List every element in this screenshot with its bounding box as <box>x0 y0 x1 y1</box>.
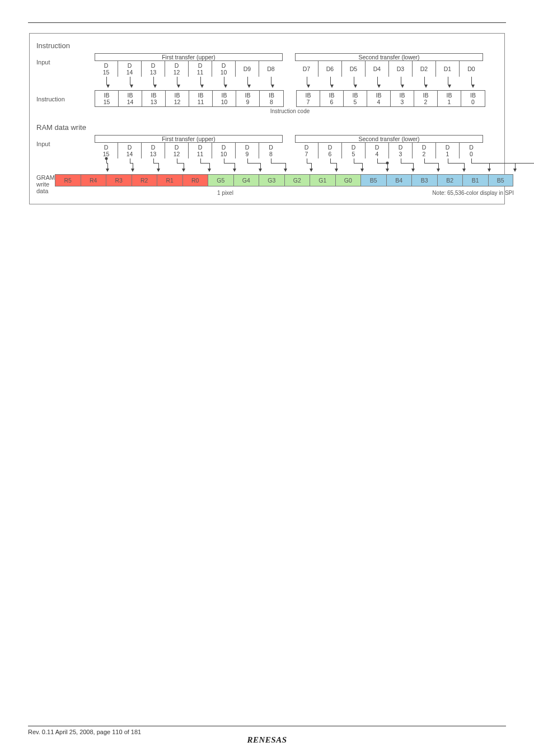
arrow-down-icon <box>366 77 389 90</box>
bit-cell: IB15 <box>95 91 119 106</box>
bit-cell: D0 <box>460 61 483 77</box>
bit-cell: D9 <box>236 143 259 158</box>
arrow-down-icon <box>142 77 165 90</box>
group-ram-upper: First transfer (upper) D15D14D13D12D11D1… <box>95 135 283 158</box>
one-pixel-label: 1 pixel <box>217 190 233 196</box>
bit-cell: D12 <box>165 143 189 158</box>
row-label-input: Input <box>36 53 95 66</box>
arrow-down-icon <box>436 77 460 90</box>
bit-cell: D11 <box>189 61 212 77</box>
bit-cell: IB5 <box>344 91 367 106</box>
group-header-first-2: First transfer (upper) <box>95 135 283 143</box>
bit-cell: D8 <box>259 61 283 77</box>
bit-cell: IB4 <box>367 91 391 106</box>
gram-bit-cell: G3 <box>259 174 284 186</box>
page: Instruction Input First transfer (upper)… <box>0 0 534 204</box>
bit-cell: IB11 <box>189 91 213 106</box>
note-label: Note: 65,536-color display in SPI <box>432 190 514 196</box>
bit-cell: D5 <box>342 143 366 158</box>
cells-ram-input-lower: D7D6D5D4D3D2D1D0 <box>295 143 483 158</box>
group-header-second-2: Second transfer (lower) <box>295 135 483 143</box>
bit-cell: IB2 <box>414 91 438 106</box>
bit-cell: D13 <box>142 61 165 77</box>
section-title-ram: RAM data write <box>36 123 498 132</box>
bit-cell: D4 <box>366 61 389 77</box>
bit-cell: D7 <box>295 61 318 77</box>
bit-cell: IB14 <box>119 91 142 106</box>
bit-cell: D1 <box>436 143 460 158</box>
group-ram-lower: Second transfer (lower) D7D6D5D4D3D2D1D0 <box>295 135 483 158</box>
gram-row: GRAM write data R5R4R3R2R1R0G5G4G3G2G1G0… <box>36 172 498 196</box>
gram-bit-cell: R3 <box>106 174 132 186</box>
bit-cell: IB10 <box>213 91 236 106</box>
arrow-down-icon <box>318 77 342 90</box>
instruction-input-row: Input First transfer (upper) D15D14D13D1… <box>36 53 498 90</box>
gram-bit-cell: R0 <box>182 174 208 186</box>
gram-bit-cell: B1 <box>462 174 488 186</box>
cells-ib-lower: IB7IB6IB5IB4IB3IB2IB1IB0 <box>296 90 485 107</box>
bit-cell: D9 <box>236 61 259 77</box>
arrow-down-icon <box>95 77 118 90</box>
gram-bit-cell: B2 <box>437 174 463 186</box>
cells-instr-input-lower: D7D6D5D4D3D2D1D0 <box>295 61 483 77</box>
arrow-down-icon <box>342 77 366 90</box>
arrow-down-icon <box>259 77 283 90</box>
gram-data-cells: R5R4R3R2R1R0G5G4G3G2G1G0B5B4B3B2B1B5 <box>55 174 514 186</box>
bit-cell: D0 <box>460 143 483 158</box>
bit-cell: IB8 <box>260 91 283 106</box>
group-ib-upper: IB15IB14IB13IB12IB11IB10IB9IB8 <box>95 90 284 107</box>
group-header-first: First transfer (upper) <box>95 53 283 61</box>
bit-cell: D3 <box>389 143 413 158</box>
bit-cell: D6 <box>318 143 342 158</box>
gram-bit-cell: B3 <box>411 174 437 186</box>
row-label-gram: GRAM write data <box>36 172 55 194</box>
ram-input-row: Input First transfer (upper) D15D14D13D1… <box>36 135 498 172</box>
header-rule <box>28 22 506 23</box>
gram-bit-cell: R4 <box>81 174 106 186</box>
bit-cell: IB9 <box>236 91 260 106</box>
gram-bit-cell: R2 <box>132 174 157 186</box>
bit-cell: D15 <box>95 143 118 158</box>
bit-cell: IB13 <box>142 91 166 106</box>
bit-cell: D10 <box>212 61 236 77</box>
arrow-down-icon <box>212 77 236 90</box>
bit-cell: D2 <box>413 143 436 158</box>
bit-cell: IB12 <box>166 91 189 106</box>
bit-cell: D14 <box>118 61 142 77</box>
bit-cell: D2 <box>413 61 436 77</box>
arrow-down-icon <box>413 77 436 90</box>
bit-cell: D3 <box>389 61 413 77</box>
row-label-input-2: Input <box>36 135 95 147</box>
instruction-ib-row: Instruction IB15IB14IB13IB12IB11IB10IB9I… <box>36 90 498 114</box>
bit-cell: D13 <box>142 143 165 158</box>
arrow-down-icon <box>118 77 142 90</box>
bit-cell: D12 <box>165 61 189 77</box>
bit-cell: D11 <box>189 143 212 158</box>
bit-cell: D1 <box>436 61 460 77</box>
group-second-transfer-lower: Second transfer (lower) D7D6D5D4D3D2D1D0 <box>295 53 483 90</box>
bit-cell: D8 <box>259 143 283 158</box>
bit-cell: IB7 <box>297 91 320 106</box>
gram-bit-cell: G5 <box>208 174 233 186</box>
bit-cell: IB1 <box>438 91 461 106</box>
group-ib-lower: IB7IB6IB5IB4IB3IB2IB1IB0 <box>296 90 485 107</box>
group-header-second: Second transfer (lower) <box>295 53 483 61</box>
diagram-container: Instruction Input First transfer (upper)… <box>29 33 505 204</box>
connector-row <box>95 158 483 172</box>
arrows-row <box>95 77 283 90</box>
bit-cell: D6 <box>318 61 342 77</box>
bit-cell: D7 <box>295 143 318 158</box>
bit-cell: D14 <box>118 143 142 158</box>
bit-cell: D15 <box>95 61 118 77</box>
instruction-code-label: Instruction code <box>95 108 485 114</box>
arrow-down-icon <box>189 77 212 90</box>
arrow-down-icon <box>165 77 189 90</box>
bit-cell: IB0 <box>461 91 485 106</box>
gram-bit-cell: R1 <box>157 174 182 186</box>
gram-bit-cell: R5 <box>55 174 81 186</box>
group-first-transfer-upper: First transfer (upper) D15D14D13D12D11D1… <box>95 53 283 90</box>
arrow-down-icon <box>460 77 483 90</box>
arrow-down-icon <box>236 77 259 90</box>
arrow-down-icon <box>295 77 318 90</box>
gram-bit-cell: G0 <box>335 174 361 186</box>
